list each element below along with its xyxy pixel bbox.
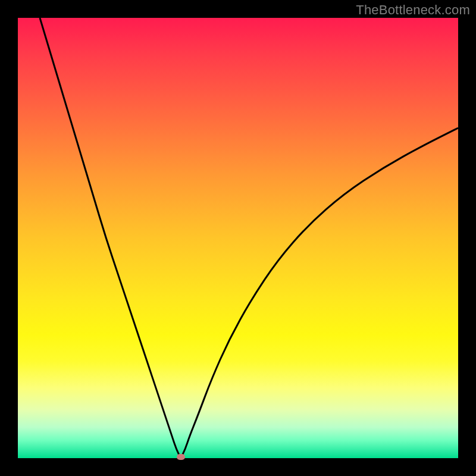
curve-path <box>40 18 458 456</box>
minimum-marker <box>177 454 185 460</box>
chart-frame: TheBottleneck.com <box>0 0 476 476</box>
plot-area <box>18 18 458 458</box>
bottleneck-curve <box>18 18 458 458</box>
watermark-text: TheBottleneck.com <box>356 2 470 18</box>
